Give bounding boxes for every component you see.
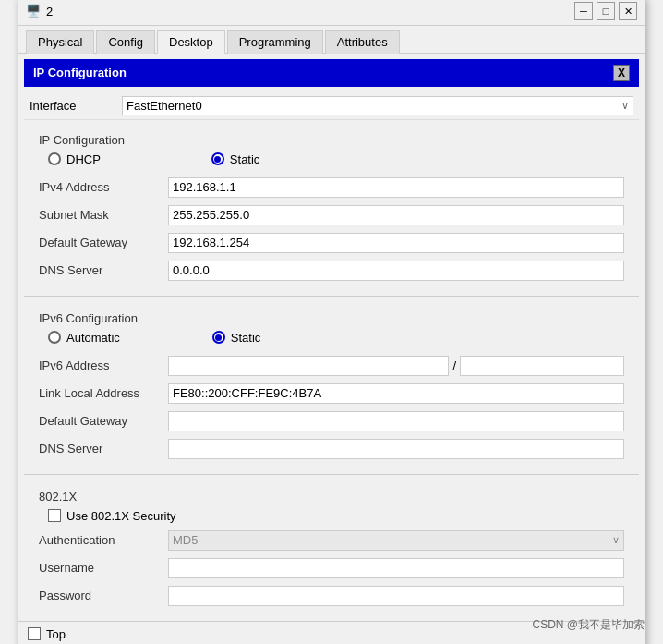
dot1x-checkbox-label: Use 802.1X Security xyxy=(66,509,176,523)
ipv4-section-title: IP Configuration xyxy=(39,133,630,147)
password-label: Password xyxy=(39,589,168,602)
ipv6-address-group: / xyxy=(168,356,624,376)
username-label: Username xyxy=(39,561,168,575)
automatic-radio[interactable]: Automatic xyxy=(48,331,120,345)
watermark: CSDN @我不是毕加索 xyxy=(532,617,645,633)
default-gateway-label: Default Gateway xyxy=(39,236,168,249)
ipv6-dns-row: DNS Server xyxy=(33,437,630,461)
titlebar: 🖥️ 2 ─ □ ✕ xyxy=(18,0,645,26)
auth-label: Authentication xyxy=(39,533,168,547)
subnet-mask-row: Subnet Mask xyxy=(33,203,630,227)
minimize-button[interactable]: ─ xyxy=(574,2,593,20)
tab-desktop[interactable]: Desktop xyxy=(157,30,225,54)
dhcp-radio-circle xyxy=(48,152,61,165)
automatic-label: Automatic xyxy=(66,331,120,345)
auth-select[interactable]: MD5 ∨ xyxy=(168,530,624,551)
ipv6-section: IPv6 Configuration Automatic Static IPv6… xyxy=(18,302,645,468)
static-radio-circle xyxy=(211,152,224,165)
username-row: Username xyxy=(33,556,630,580)
subnet-mask-input[interactable] xyxy=(168,205,624,225)
maximize-button[interactable]: □ xyxy=(597,2,615,20)
window-title: 2 xyxy=(46,5,53,18)
ip-config-title: IP Configuration xyxy=(33,66,127,79)
static-radio[interactable]: Static xyxy=(211,152,260,166)
ipv6-gateway-input[interactable] xyxy=(168,411,624,431)
interface-row: Interface FastEthernet0 ∨ xyxy=(24,92,639,120)
ipv6-dns-input[interactable] xyxy=(168,439,624,459)
app-icon: 🖥️ xyxy=(26,4,41,18)
ipv6-address-label: IPv6 Address xyxy=(39,358,168,372)
interface-chevron-icon: ∨ xyxy=(621,100,629,112)
ipv6-address-row: IPv6 Address / xyxy=(33,354,630,378)
ipv4-radio-row: DHCP Static xyxy=(48,152,630,166)
ipv4-address-row: IPv4 Address xyxy=(33,176,630,200)
dot1x-checkbox-row: Use 802.1X Security xyxy=(48,509,630,523)
tab-programming[interactable]: Programming xyxy=(227,30,323,54)
link-local-label: Link Local Address xyxy=(39,386,168,400)
ipv6-static-label: Static xyxy=(231,331,261,345)
ipv6-gateway-row: Default Gateway xyxy=(33,409,630,433)
ipv6-prefix-input[interactable] xyxy=(460,356,624,376)
ip-config-header: IP Configuration X xyxy=(24,59,639,87)
default-gateway-row: Default Gateway xyxy=(33,231,630,255)
dhcp-label: DHCP xyxy=(66,152,101,166)
dhcp-radio[interactable]: DHCP xyxy=(48,152,101,166)
interface-select-wrapper[interactable]: FastEthernet0 ∨ xyxy=(122,96,633,115)
password-row: Password xyxy=(33,584,630,608)
ipv6-dns-label: DNS Server xyxy=(39,442,168,456)
top-checkbox[interactable] xyxy=(28,627,41,640)
ipv4-address-input[interactable] xyxy=(168,177,624,198)
link-local-input[interactable] xyxy=(168,383,624,404)
interface-value: FastEthernet0 xyxy=(127,99,202,113)
ipv6-gateway-label: Default Gateway xyxy=(39,414,168,428)
dns-server-label: DNS Server xyxy=(39,263,168,277)
auth-row: Authentication MD5 ∨ xyxy=(33,529,630,553)
ipv4-section: IP Configuration DHCP Static IPv4 Addres… xyxy=(18,124,645,290)
subnet-mask-label: Subnet Mask xyxy=(39,208,168,222)
interface-label: Interface xyxy=(30,99,103,113)
default-gateway-input[interactable] xyxy=(168,233,624,253)
dot1x-section: 802.1X Use 802.1X Security Authenticatio… xyxy=(18,480,645,615)
titlebar-controls: ─ □ ✕ xyxy=(574,2,637,20)
auth-value: MD5 xyxy=(173,533,198,547)
username-input[interactable] xyxy=(168,558,624,578)
top-label: Top xyxy=(46,627,66,641)
dot1x-title: 802.1X xyxy=(39,490,630,504)
automatic-radio-circle xyxy=(48,331,61,344)
password-input[interactable] xyxy=(168,586,624,606)
ipv6-section-title: IPv6 Configuration xyxy=(39,311,630,325)
close-window-button[interactable]: ✕ xyxy=(619,2,637,20)
dns-server-input[interactable] xyxy=(168,261,624,281)
content-area: IP Configuration X Interface FastEtherne… xyxy=(18,59,645,645)
auth-chevron-icon: ∨ xyxy=(612,534,620,546)
slash-separator: / xyxy=(452,356,456,376)
tab-bar: Physical Config Desktop Programming Attr… xyxy=(18,26,645,54)
dns-server-row: DNS Server xyxy=(33,259,630,283)
ipv6-address-input[interactable] xyxy=(168,356,449,376)
tab-attributes[interactable]: Attributes xyxy=(325,30,400,54)
static-label: Static xyxy=(230,152,260,166)
link-local-row: Link Local Address xyxy=(33,382,630,406)
tab-physical[interactable]: Physical xyxy=(26,30,94,54)
ipv6-static-radio-circle xyxy=(212,331,225,344)
ip-config-close-button[interactable]: X xyxy=(613,65,630,81)
ipv6-static-radio[interactable]: Static xyxy=(212,331,261,345)
ipv6-radio-row: Automatic Static xyxy=(48,331,630,345)
tab-config[interactable]: Config xyxy=(96,30,155,54)
ipv4-address-label: IPv4 Address xyxy=(39,180,168,194)
dot1x-checkbox[interactable] xyxy=(48,509,61,522)
